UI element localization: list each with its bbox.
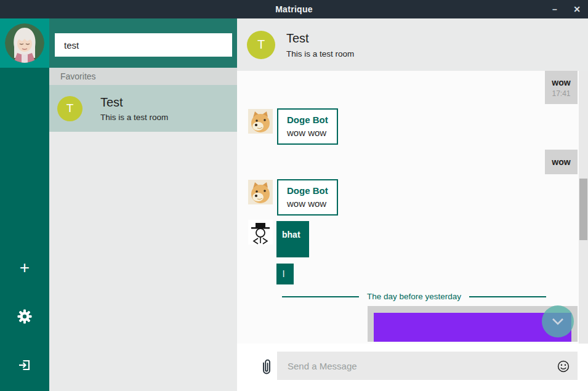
message-text: wow [552, 157, 570, 167]
chat-header-text: Test This is a test room [286, 31, 354, 58]
message-input[interactable] [277, 352, 578, 380]
favorites-label: Favorites [60, 71, 96, 81]
message-list[interactable]: wow 17:41 Doge Bot wow w [237, 71, 588, 344]
room-avatar: T [57, 96, 83, 121]
window-controls: – ✕ [550, 0, 582, 18]
chat-header: T Test This is a test room [237, 18, 588, 71]
search-input[interactable] [55, 33, 232, 57]
message-text: wow wow [287, 198, 328, 209]
message-text: wow wow [287, 127, 328, 138]
search-block [49, 18, 237, 68]
message-text: l [283, 269, 284, 279]
received-message-row[interactable]: bhat [248, 220, 309, 257]
chat-room-avatar: T [247, 31, 275, 59]
message-timestamp: 17:41 [552, 89, 570, 98]
sent-message[interactable]: wow [545, 150, 578, 174]
divider-label: The day before yesterday [367, 292, 461, 301]
room-avatar-initial: T [66, 102, 74, 115]
app-window: Matrique – ✕ + [0, 0, 588, 391]
chat-scrollbar-track[interactable] [579, 71, 588, 344]
sent-message[interactable]: wow 17:41 [545, 71, 578, 104]
received-message-row[interactable]: Doge Bot wow wow [248, 109, 338, 145]
room-name: Test [100, 95, 168, 110]
composer [237, 344, 588, 391]
divider-line [282, 296, 359, 297]
room-topic: This is a test room [100, 113, 168, 122]
divider-line [469, 296, 546, 297]
chat-room-avatar-initial: T [257, 38, 265, 52]
attach-file-button[interactable] [259, 358, 274, 377]
user-avatar-block[interactable] [0, 18, 49, 68]
chevron-down-icon [551, 317, 565, 326]
day-divider: The day before yesterday [282, 292, 546, 301]
favorites-section-header: Favorites [49, 68, 237, 85]
left-rail: + [0, 18, 49, 391]
chat-room-title: Test [286, 31, 354, 46]
chat-scrollbar-thumb[interactable] [579, 179, 587, 240]
message-sender: bhat [282, 230, 300, 240]
close-icon[interactable]: ✕ [572, 0, 582, 18]
chat-panel: T Test This is a test room wow 17:41 [237, 18, 588, 391]
exit-icon [17, 358, 32, 373]
add-room-button[interactable]: + [0, 257, 49, 278]
chat-room-topic: This is a test room [286, 49, 354, 58]
message-bubble: bhat [276, 221, 309, 257]
message-sender: Doge Bot [287, 115, 328, 125]
scroll-to-bottom-button[interactable] [542, 305, 574, 337]
message-sender: Doge Bot [287, 185, 328, 196]
received-message[interactable]: l [276, 264, 294, 284]
room-list-panel: Favorites T Test This is a test room [49, 18, 237, 391]
emoji-picker-button[interactable] [557, 360, 570, 373]
message-bubble: Doge Bot wow wow [277, 108, 338, 145]
message-bubble: Doge Bot wow wow [277, 179, 338, 216]
smiley-icon [557, 360, 570, 373]
titlebar: Matrique – ✕ [0, 0, 588, 18]
user-avatar[interactable] [5, 23, 44, 63]
room-list-item-test[interactable]: T Test This is a test room [49, 85, 237, 132]
bhat-avatar [248, 220, 273, 244]
doge-avatar [248, 109, 273, 134]
message-text: wow [552, 78, 570, 87]
settings-button[interactable] [0, 306, 49, 327]
paperclip-icon [259, 358, 274, 377]
plus-icon: + [20, 259, 30, 277]
gear-icon [17, 308, 33, 324]
window-title: Matrique [275, 4, 313, 14]
doge-avatar [248, 180, 273, 204]
logout-button[interactable] [0, 355, 49, 376]
room-text: Test This is a test room [100, 95, 168, 122]
received-message-row[interactable]: Doge Bot wow wow [248, 180, 338, 216]
minimize-icon[interactable]: – [550, 0, 560, 18]
